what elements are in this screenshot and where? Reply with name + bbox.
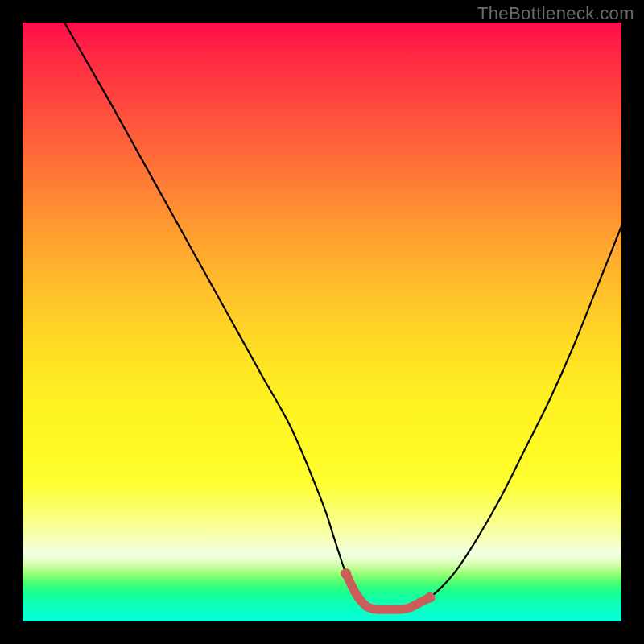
bottleneck-curve: [64, 23, 621, 610]
optimal-range-highlight: [346, 573, 430, 609]
plot-area: [23, 23, 621, 621]
chart-canvas: TheBottleneck.com: [0, 0, 644, 644]
optimal-range-start-dot: [341, 568, 351, 579]
watermark-text: TheBottleneck.com: [477, 3, 634, 24]
optimal-range-end-dot: [424, 592, 435, 603]
chart-svg: [23, 23, 621, 621]
